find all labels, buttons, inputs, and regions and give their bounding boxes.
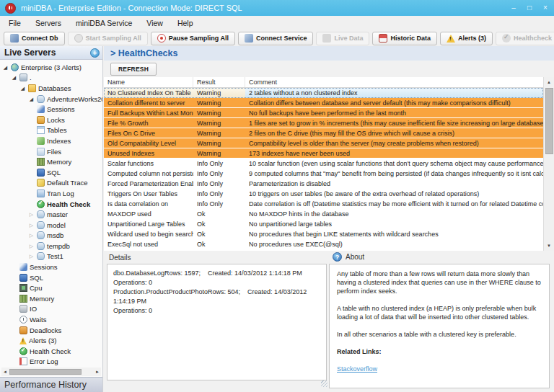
menu-item-minidba-service[interactable]: miniDBA Service — [69, 16, 139, 30]
column-header-comment[interactable]: Comment — [245, 77, 543, 87]
alerts-3-button[interactable]: Alerts (3) — [440, 32, 493, 45]
tree-item-waits[interactable]: Waits — [0, 314, 102, 325]
tables-icon — [37, 126, 45, 134]
table-row[interactable]: No Clustered Index On TableWarning2 tabl… — [104, 88, 543, 98]
scroll-up-icon[interactable]: ▲ — [547, 79, 551, 86]
table-row[interactable]: Files On C DriveWarning2 files on the C … — [104, 128, 543, 138]
collapse-arrow-icon[interactable]: ◢ — [2, 64, 9, 71]
collapse-arrow-icon[interactable]: ◢ — [28, 96, 35, 102]
stackoverflow-link[interactable]: Stackoverflow — [337, 365, 377, 373]
tree-item-sessions[interactable]: Sessions — [0, 104, 102, 115]
tree-item-test1[interactable]: ▷Test1 — [0, 251, 102, 262]
column-header-name[interactable]: Name — [104, 77, 193, 87]
tree-item-sql[interactable]: SQL — [0, 167, 102, 178]
menu-item-file[interactable]: File — [1, 16, 28, 30]
table-row[interactable]: Wildcard used to begin searchOkNo proced… — [104, 229, 543, 239]
scroll-down-icon[interactable]: ▼ — [547, 242, 551, 249]
add-server-button[interactable]: + — [90, 48, 100, 58]
tree-item-msdb[interactable]: ▷msdb — [0, 231, 102, 241]
tree-item-health-check[interactable]: Health Check — [0, 346, 102, 357]
historic-data-button[interactable]: Historic Data — [372, 32, 437, 45]
table-row[interactable]: Scalar functionsInfo Only10 scalar funct… — [104, 159, 543, 169]
tree-item-locks[interactable]: Locks — [0, 115, 102, 125]
tree-item-sessions[interactable]: Sessions — [0, 262, 102, 272]
tree-item-enterprise-3-alerts[interactable]: ◢Enterprise (3 Alerts) — [0, 62, 102, 73]
scroll-left-icon[interactable]: ◄ — [1, 370, 9, 374]
tree-item-tran-log[interactable]: Tran Log — [0, 188, 102, 199]
tree-item-files[interactable]: Files — [0, 146, 102, 157]
maximize-button[interactable]: □ — [526, 1, 533, 15]
tree-item-cpu[interactable]: Cpu — [0, 282, 102, 293]
historic-data-icon — [379, 34, 387, 43]
tree-item-deadlocks[interactable]: Deadlocks — [0, 325, 102, 336]
toolbar-button-label: Connect Service — [256, 35, 307, 42]
tree-item-databases[interactable]: ◢Databases — [0, 83, 102, 94]
live-servers-header: Live Servers + — [0, 46, 102, 60]
cell-result: Info Only — [193, 159, 245, 169]
tree-item-tables[interactable]: Tables — [0, 125, 102, 136]
tree-item-model[interactable]: ▷model — [0, 220, 102, 231]
database-icon — [37, 95, 45, 103]
tree-item-alerts-3[interactable]: Alerts (3) — [0, 335, 102, 346]
table-row[interactable]: File % GrowthWarning1 files are set to g… — [104, 118, 543, 128]
tree-item-item[interactable]: ◢. — [0, 73, 102, 84]
cell-comment: Compatibility level is older than the se… — [245, 138, 543, 148]
resize-grip[interactable] — [321, 380, 327, 387]
expand-arrow-icon[interactable]: ▷ — [28, 253, 35, 259]
table-row[interactable]: Is data correlation onInfo OnlyDate corr… — [104, 199, 543, 209]
minimize-button[interactable]: – — [510, 1, 517, 15]
tree-item-label: Test1 — [47, 252, 63, 260]
close-button[interactable]: × — [542, 1, 549, 15]
toolbar-button-label: Historic Data — [390, 35, 431, 42]
menu-item-view[interactable]: View — [139, 16, 170, 30]
tree-item-sql[interactable]: SQL — [0, 272, 102, 283]
table-row[interactable]: Triggers On User TablesInfo Only10 trigg… — [104, 189, 543, 199]
tree-item-io[interactable]: IO — [0, 304, 102, 315]
table-row[interactable]: Computed column not persistedInfo Only9 … — [104, 169, 543, 179]
expand-arrow-icon[interactable]: ▷ — [28, 243, 35, 249]
column-header-result[interactable]: Result — [193, 77, 245, 87]
healthcheck-button: Healthcheck — [496, 32, 554, 45]
connect-service-button[interactable]: Connect Service — [238, 32, 314, 45]
tree-item-health-check[interactable]: Health Check — [0, 199, 102, 210]
error-log-icon — [19, 357, 27, 365]
sessions-icon — [37, 105, 45, 113]
table-row[interactable]: Full Backups Within Last MonthWarningNo … — [104, 108, 543, 118]
tree-item-label: model — [47, 221, 66, 229]
menu-item-servers[interactable]: Servers — [28, 16, 69, 30]
alerts-icon — [19, 337, 27, 344]
table-row[interactable]: Unpartitioned Large TablesOkNo unpartiti… — [104, 219, 543, 229]
table-row[interactable]: Forced Parameterization EnabledInfo Only… — [104, 179, 543, 189]
cell-result: Warning — [193, 138, 245, 148]
expand-arrow-icon[interactable]: ▷ — [28, 222, 35, 228]
performance-history-bar[interactable]: Performance History — [0, 377, 102, 392]
scroll-right-icon[interactable]: ► — [94, 370, 101, 374]
connect-db-button[interactable]: Connect Db — [4, 32, 65, 45]
table-row[interactable]: Old Compatability LevelWarningCompatibil… — [104, 138, 543, 148]
table-row[interactable]: Unused IndexesWarning173 indexes have ne… — [104, 148, 543, 159]
tree-item-adventureworks2012[interactable]: ◢AdventureWorks2012 — [0, 94, 102, 104]
tree-item-master[interactable]: ▷master — [0, 209, 102, 220]
sidebar-horizontal-scrollbar[interactable]: ◄ ► — [1, 368, 101, 376]
tree-item-default-trace[interactable]: Default Trace — [0, 178, 102, 189]
tree-item-memory[interactable]: Memory — [0, 156, 102, 167]
pause-sampling-all-button[interactable]: Pause Sampling All — [151, 32, 235, 45]
scrollbar-thumb[interactable] — [545, 88, 553, 154]
table-row[interactable]: ExecSql not usedOkNo procedures use EXEC… — [104, 239, 543, 249]
scrollbar-thumb[interactable] — [9, 369, 82, 375]
refresh-button[interactable]: REFRESH — [110, 63, 157, 76]
tree-item-memory[interactable]: Memory — [0, 293, 102, 304]
table-row[interactable]: Collation different to serverWarningColl… — [104, 98, 543, 108]
tree-item-tempdb[interactable]: ▷tempdb — [0, 241, 102, 251]
collapse-arrow-icon[interactable]: ◢ — [19, 85, 26, 92]
start-sampling-all-button: Start Sampling All — [68, 32, 148, 45]
table-vertical-scrollbar[interactable]: ▲ ▼ — [543, 77, 554, 251]
tree-item-error-log[interactable]: Error Log — [0, 357, 102, 367]
tree-item-indexes[interactable]: Indexes — [0, 135, 102, 146]
collapse-arrow-icon[interactable]: ◢ — [11, 74, 17, 81]
table-row[interactable]: MAXDOP usedOkNo MAXDOP hints in the data… — [104, 209, 543, 219]
expand-arrow-icon[interactable]: ▷ — [28, 211, 35, 218]
tree-item-label: Health Check — [30, 347, 71, 355]
expand-arrow-icon[interactable]: ▷ — [28, 232, 35, 239]
menu-item-help[interactable]: Help — [170, 16, 201, 30]
